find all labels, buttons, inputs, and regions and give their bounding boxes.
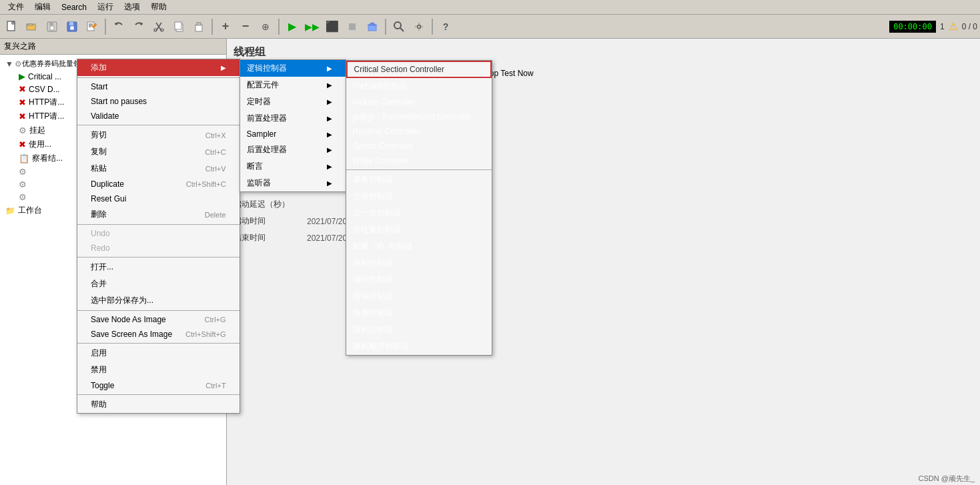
toolbar: + − ⊕ ▶ ▶▶ ⬛ ⏹ ? 00:00:00 1 ⚠ 0 / 0 [0, 15, 980, 39]
submenu-logic-controller[interactable]: 逻辑控制器 ▶ Critical Section Controller ForE… [240, 60, 346, 77]
help-label: 帮助 [91, 399, 107, 410]
paste-button[interactable] [189, 17, 208, 36]
while-item[interactable]: While Controller [346, 153, 492, 168]
submenu-post[interactable]: 后置处理器 ▶ [240, 141, 346, 158]
jpgc-item[interactable]: jp@gc - Parameterized Controller [346, 109, 492, 124]
toggle-shortcut: Ctrl+T [205, 382, 225, 390]
menu-search[interactable]: Search [56, 1, 92, 13]
context-menu-delete[interactable]: 删除 Delete [77, 206, 239, 223]
alternate-item[interactable]: 交替控制器 [346, 188, 492, 205]
record-item[interactable]: 录制控制器 [346, 255, 492, 272]
loop-item[interactable]: 循环控制器 [346, 272, 492, 288]
start-label: Start [91, 82, 107, 91]
duplicate-label: Duplicate [91, 179, 124, 189]
sep-1 [77, 77, 239, 78]
separator-2 [211, 19, 213, 35]
context-menu-save-screen-image[interactable]: Save Screen As Image Ctrl+Shift+G [77, 327, 239, 342]
switch-item[interactable]: Switch Controller [346, 139, 492, 153]
simple-item[interactable]: 简单控制器 [346, 305, 492, 322]
stop-now-button[interactable]: ⏹ [343, 17, 362, 36]
reset-gui-label: Reset Gui [91, 194, 126, 203]
submenu-sampler[interactable]: Sampler ▶ [240, 127, 346, 141]
context-menu-duplicate[interactable]: Duplicate Ctrl+Shift+C [77, 177, 239, 191]
add-button[interactable]: + [216, 17, 235, 36]
context-menu-toggle[interactable]: Toggle Ctrl+T [77, 378, 239, 393]
submenu-pre[interactable]: 前置处理器 ▶ [240, 110, 346, 127]
context-menu-paste[interactable]: 粘贴 Ctrl+V [77, 160, 239, 177]
logic-label: 逻辑控制器 [247, 63, 287, 74]
module-label: 模块控制器 [353, 291, 393, 302]
runtime-item[interactable]: Runtime Controller [346, 124, 492, 139]
help-button[interactable]: ? [436, 17, 455, 36]
save-screen-image-shortcut: Ctrl+Shift+G [185, 330, 226, 338]
if-item[interactable]: 如果（If）控制器 [346, 238, 492, 255]
include-item[interactable]: Include Controller [346, 95, 492, 109]
edit-button[interactable] [83, 17, 101, 36]
once-item[interactable]: 仅一次控制器 [346, 205, 492, 221]
context-menu-start-no-pause[interactable]: Start no pauses [77, 94, 239, 109]
logic-arrow: ▶ [327, 65, 332, 72]
redo-button[interactable] [129, 17, 148, 36]
context-menu-disable[interactable]: 禁用 [77, 362, 239, 378]
module-item[interactable]: 模块控制器 [346, 288, 492, 305]
end-time-label: 结束时间 [233, 232, 300, 244]
settings-button[interactable] [410, 17, 428, 36]
critical-section-item[interactable]: Critical Section Controller [346, 61, 492, 78]
save-node-image-shortcut: Ctrl+G [205, 316, 226, 324]
enable-label: 启用 [91, 348, 107, 359]
context-menu-add[interactable]: 添加 ▶ [77, 59, 239, 76]
timer-label: 定时器 [247, 96, 271, 107]
start-button[interactable]: ▶ [283, 17, 302, 36]
context-menu-save-node-image[interactable]: Save Node As Image Ctrl+G [77, 312, 239, 327]
submenu-config[interactable]: 配置元件 ▶ [240, 77, 346, 93]
timer-arrow: ▶ [327, 98, 332, 105]
context-menu-redo: Redo [77, 241, 239, 256]
remove-button[interactable]: − [236, 17, 255, 36]
menu-options[interactable]: 选项 [119, 0, 145, 14]
context-menu-copy[interactable]: 复制 Ctrl+C [77, 143, 239, 160]
start-no-pause-button[interactable]: ▶▶ [303, 17, 322, 36]
foreach-item[interactable]: ForEach控制器 [346, 78, 492, 95]
context-menu-merge[interactable]: 合并 [77, 276, 239, 292]
cut-button[interactable] [149, 17, 168, 36]
menu-bar: 文件 编辑 Search 运行 选项 帮助 [0, 0, 980, 15]
context-menu-reset-gui[interactable]: Reset Gui [77, 191, 239, 206]
submenu-timer[interactable]: 定时器 ▶ [240, 93, 346, 110]
stop-button[interactable]: ⬛ [323, 17, 342, 36]
foreach-label: ForEach控制器 [353, 81, 407, 92]
menu-run[interactable]: 运行 [92, 0, 119, 14]
submenu-assert[interactable]: 断言 ▶ [240, 158, 346, 175]
separator-3 [278, 19, 280, 35]
context-menu-enable[interactable]: 启用 [77, 345, 239, 362]
menu-edit[interactable]: 编辑 [29, 0, 56, 14]
save-button[interactable] [63, 17, 81, 36]
throughput-item[interactable]: 吞吐量控制器 [346, 221, 492, 238]
search-button[interactable] [390, 17, 408, 36]
menu-help[interactable]: 帮助 [145, 0, 172, 14]
context-menu-open[interactable]: 打开... [77, 259, 239, 276]
menu-file[interactable]: 文件 [3, 0, 29, 14]
random-item[interactable]: 随机控制器 [346, 322, 492, 338]
sampler-arrow: ▶ [327, 131, 332, 138]
sep-3 [77, 224, 239, 225]
svg-rect-8 [70, 26, 74, 30]
copy-button[interactable] [169, 17, 188, 36]
delete-label: 删除 [91, 209, 107, 220]
open-button[interactable] [23, 17, 41, 36]
context-menu-validate[interactable]: Validate [77, 109, 239, 123]
context-menu-start[interactable]: Start [77, 79, 239, 94]
transaction-item[interactable]: 事务控制器 [346, 171, 492, 188]
context-menu-cut[interactable]: 剪切 Ctrl+X [77, 127, 239, 143]
sampler-label: Sampler [247, 129, 277, 139]
new-button[interactable] [3, 17, 21, 36]
runtime-label: Runtime Controller [353, 127, 420, 136]
save-all-button[interactable] [43, 17, 61, 36]
clear-button[interactable] [363, 17, 382, 36]
remote-button[interactable]: ⊕ [256, 17, 275, 36]
loop-label: 循环控制器 [353, 274, 393, 286]
context-menu-help[interactable]: 帮助 [77, 396, 239, 413]
submenu-listener[interactable]: 监听器 ▶ [240, 175, 346, 191]
undo-button[interactable] [109, 17, 128, 36]
random-order-item[interactable]: 随机顺序控制器 [346, 338, 492, 355]
context-menu-save-selected[interactable]: 选中部分保存为... [77, 292, 239, 309]
